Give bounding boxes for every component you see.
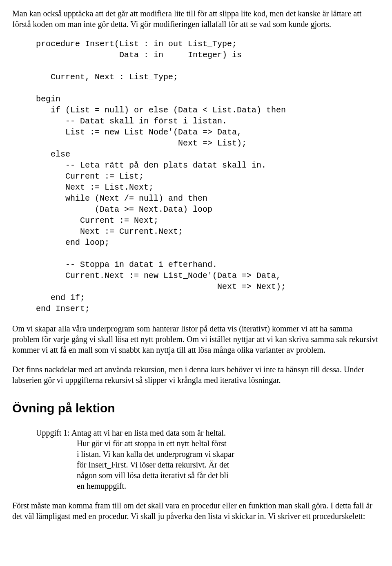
exercise-line-1: Uppgift 1: Antag att vi har en lista med… [36,427,380,438]
exercise-line-2: Hur gör vi för att stoppa in ett nytt he… [36,438,380,449]
exercise-line-4: för Insert_First. Vi löser detta rekursi… [36,459,380,470]
document-page: Man kan också upptäcka att det går att m… [0,0,392,566]
paragraph-iterative-problem: Om vi skapar alla våra underprogram som … [12,323,380,355]
exercise-line-3: i listan. Vi kan kalla det underprogram … [36,449,380,459]
exercise-line-5: någon som vill lösa detta iterativt så f… [36,470,380,481]
section-heading-exercise: Övning på lektion [12,400,380,416]
intro-paragraph: Man kan också upptäcka att det går att m… [12,8,380,29]
exercise-line-6: en hemuppgift. [36,481,380,491]
paragraph-recursion-note: Det finns nackdelar med att använda reku… [12,364,380,385]
paragraph-procedure-skeleton: Först måste man komma fram till om det s… [12,500,380,521]
code-block-insert-procedure: procedure Insert(List : in out List_Type… [12,38,380,314]
exercise-block: Uppgift 1: Antag att vi har en lista med… [12,427,380,491]
